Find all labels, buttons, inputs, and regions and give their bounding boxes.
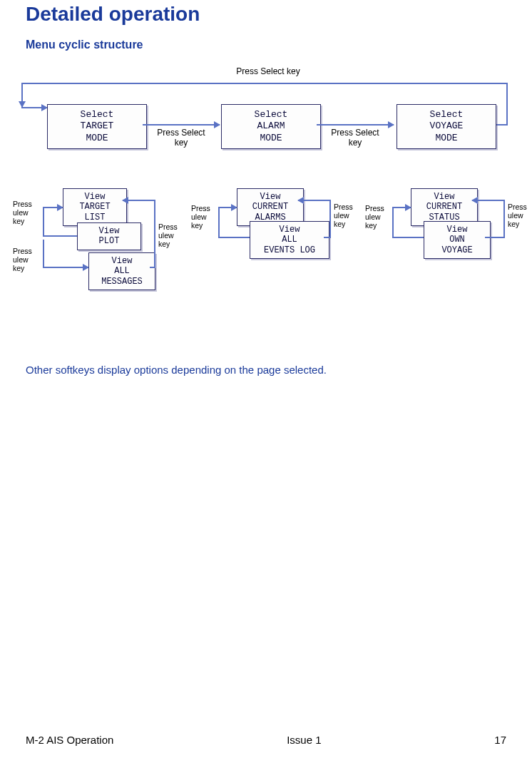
text: PLOT: [81, 236, 138, 246]
arrow-left-icon: [123, 200, 154, 201]
arrow-line: [324, 237, 331, 238]
text: MODE: [400, 133, 493, 144]
arrow-line: [329, 200, 331, 238]
arrow-line: [506, 83, 508, 124]
text: View: [240, 192, 300, 202]
label-press-ulew-7: Press ulew key: [508, 203, 532, 228]
footer-center: Issue 1: [287, 734, 321, 746]
arrow-line: [485, 237, 505, 238]
footer-left: M-2 AIS Operation: [26, 734, 113, 746]
text: MESSAGES: [92, 277, 152, 287]
box-select-voyage-mode: Select VOYAGE MODE: [397, 104, 496, 149]
label-press-ulew-4: Press ulew key: [191, 204, 220, 230]
text: View: [66, 192, 123, 202]
label-press-select-top: Press Select key: [218, 67, 318, 77]
text: OWN: [427, 235, 487, 245]
text: TARGET: [51, 121, 143, 132]
text: VOYAGE: [427, 245, 487, 255]
text: Select: [225, 109, 317, 121]
arrow-line: [150, 267, 155, 268]
arrow-line: [392, 237, 424, 238]
arrow-right-icon: [21, 107, 47, 108]
box-select-target-mode: Select TARGET MODE: [47, 104, 147, 149]
text: View: [414, 192, 474, 202]
box-view-all-events-log: View ALL EVENTS LOG: [250, 221, 329, 259]
arrow-line: [503, 200, 505, 238]
arrow-left-icon: [298, 200, 329, 201]
label-press-ulew-2: Press ulew key: [13, 247, 41, 272]
arrow-line: [21, 83, 508, 84]
arrow-line: [218, 237, 250, 238]
label-press-ulew-3: Press ulew key: [158, 222, 187, 248]
text: ALARM: [225, 121, 317, 132]
text: ALL: [92, 266, 152, 276]
arrow-right-icon: [43, 207, 63, 208]
arrow-line: [43, 240, 44, 268]
heading-menu-cyclic-structure: Menu cyclic structure: [26, 39, 506, 51]
arrow-right-icon: [317, 124, 394, 126]
text: CURRENT: [414, 202, 474, 212]
text: Select: [400, 109, 493, 121]
arrow-right-icon: [43, 267, 88, 268]
label-press-ulew-1: Press ulew key: [13, 200, 41, 225]
text: EVENTS LOG: [253, 245, 326, 255]
text: TARGET: [66, 202, 123, 212]
text: View: [81, 226, 138, 236]
box-view-own-voyage: View OWN VOYAGE: [424, 221, 491, 259]
footer-right: 17: [494, 734, 506, 746]
text: Select: [51, 109, 143, 121]
label-press-ulew-6: Press ulew key: [365, 204, 394, 230]
arrow-down-icon: [21, 83, 23, 107]
arrow-right-icon: [143, 124, 220, 126]
text: View: [427, 225, 487, 235]
label-press-select-1: Press Select key: [150, 128, 213, 148]
box-select-alarm-mode: Select ALARM MODE: [221, 104, 321, 149]
text: View: [92, 256, 152, 266]
text: MODE: [51, 133, 143, 144]
arrow-line: [43, 207, 44, 237]
arrow-right-icon: [218, 207, 237, 208]
label-press-select-2: Press Select key: [324, 128, 387, 148]
page-footer: M-2 AIS Operation Issue 1 17: [26, 734, 506, 746]
box-view-all-messages: View ALL MESSAGES: [88, 252, 155, 290]
text: View: [253, 225, 326, 235]
arrow-line: [154, 200, 155, 267]
note-softkeys: Other softkeys display options depending…: [26, 364, 506, 376]
text: LIST: [66, 212, 123, 222]
box-view-plot: View PLOT: [77, 222, 141, 250]
text: MODE: [225, 133, 317, 144]
diagram-menu-cyclic: Press Select key Select TARGET MODE Sele…: [11, 67, 496, 331]
text: CURRENT: [240, 202, 300, 212]
label-press-ulew-5: Press ulew key: [334, 203, 362, 228]
heading-detailed-operation: Detailed operation: [26, 3, 506, 26]
arrow-left-icon: [472, 200, 503, 201]
arrow-right-icon: [392, 207, 411, 208]
text: VOYAGE: [400, 121, 493, 132]
text: ALL: [253, 235, 326, 245]
box-view-target-list: View TARGET LIST: [63, 188, 127, 226]
arrow-line: [43, 235, 77, 237]
